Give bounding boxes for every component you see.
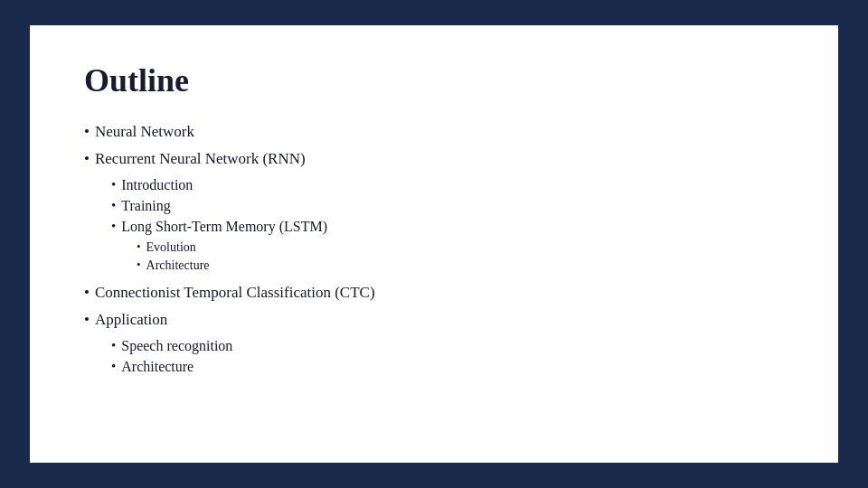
bullet-icon: • — [84, 121, 90, 143]
list-item: • Long Short-Term Memory (LSTM) — [111, 217, 784, 237]
list-item: • Connectionist Temporal Classification … — [84, 282, 784, 304]
bullet-icon: • — [111, 357, 116, 376]
list-item: • Neural Network — [84, 121, 784, 143]
lstm-children: • Evolution • Architecture — [137, 239, 784, 275]
bullet-icon: • — [84, 282, 90, 304]
list-item: • Introduction — [111, 175, 784, 195]
item-label: Long Short-Term Memory (LSTM) — [121, 217, 327, 237]
item-label: Evolution — [146, 239, 196, 257]
item-label: Introduction — [121, 175, 193, 195]
item-label: Connectionist Temporal Classification (C… — [95, 282, 375, 304]
slide: Outline • Neural Network • Recurrent Neu… — [27, 23, 841, 465]
bullet-icon: • — [111, 336, 116, 355]
bullet-icon: • — [84, 148, 90, 170]
bullet-icon: • — [84, 309, 90, 331]
list-item: • Architecture — [137, 257, 784, 275]
item-label: Architecture — [121, 357, 193, 377]
bullet-icon: • — [111, 175, 116, 194]
bullet-icon: • — [137, 239, 141, 255]
item-label: Application — [95, 309, 167, 331]
bullet-icon: • — [137, 257, 141, 273]
item-label: Neural Network — [95, 121, 194, 143]
application-children: • Speech recognition • Architecture — [111, 336, 784, 378]
list-item: • Speech recognition — [111, 336, 784, 356]
slide-title: Outline — [84, 61, 784, 99]
item-label: Training — [121, 196, 171, 216]
item-label: Recurrent Neural Network (RNN) — [95, 148, 306, 170]
bullet-icon: • — [111, 217, 116, 236]
list-item: • Application — [84, 309, 784, 331]
item-label: Speech recognition — [121, 336, 232, 356]
list-item: • Recurrent Neural Network (RNN) — [84, 148, 784, 170]
list-item: • Evolution — [137, 239, 784, 257]
list-item: • Architecture — [111, 357, 784, 377]
bullet-icon: • — [111, 196, 116, 215]
rnn-children: • Introduction • Training • Long Short-T… — [111, 175, 784, 277]
list-item: • Training — [111, 196, 784, 216]
outline-content: • Neural Network • Recurrent Neural Netw… — [84, 121, 784, 379]
item-label: Architecture — [146, 257, 210, 275]
